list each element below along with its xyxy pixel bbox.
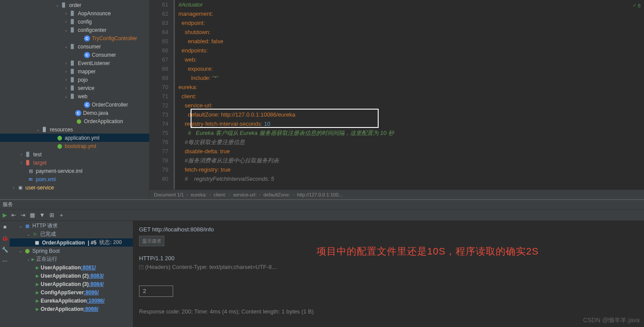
tree-item[interactable]: ›▉pojo xyxy=(0,76,149,84)
panel-tab-services[interactable]: 服务 xyxy=(0,200,644,210)
tree-item[interactable]: ⌄▉web xyxy=(0,92,149,100)
breadcrumb-item[interactable]: service-url: xyxy=(233,192,257,197)
stop-icon[interactable]: ■ xyxy=(1,224,8,231)
spring-icon: ⬤ xyxy=(24,248,31,255)
tree-label: OrderController xyxy=(92,102,128,108)
code-editor[interactable]: ✓8 6162636465666768697071727374757677787… xyxy=(150,0,644,199)
tree-item[interactable]: ⬤application.yml xyxy=(0,134,149,142)
tree-twisty-icon[interactable]: › xyxy=(63,61,69,65)
tree-twisty-icon[interactable]: › xyxy=(63,69,69,74)
breadcrumb[interactable]: Document 1/1›eureka:›client:›service-url… xyxy=(150,189,644,199)
tree-twisty-icon[interactable]: ⌄ xyxy=(35,127,41,132)
filter-icon[interactable]: ▼ xyxy=(39,212,45,218)
tree-item[interactable]: ›▉AopAnnounce xyxy=(0,9,149,17)
tree-twisty-icon[interactable]: › xyxy=(10,185,17,190)
tree-item[interactable]: ›▉EventListener xyxy=(0,59,149,67)
breadcrumb-item[interactable]: http://127.0.0.1:100... xyxy=(297,192,342,197)
run-icon[interactable]: ▶ xyxy=(3,212,7,218)
tree-twisty-icon[interactable]: › xyxy=(63,77,69,82)
tree-twisty-icon[interactable]: ⌄ xyxy=(63,44,69,49)
http-file-icon: ▦ xyxy=(33,239,40,246)
code-line[interactable]: registry-fetch-interval-seconds: 10 xyxy=(178,119,644,128)
services-tree-item[interactable]: ▶UserApplication (3) :8084/ xyxy=(10,280,133,288)
code-line[interactable]: endpoint: xyxy=(178,18,644,28)
tree-item[interactable]: ⬤OrderApplication xyxy=(0,117,149,125)
add-icon[interactable]: ＋ xyxy=(59,211,64,219)
services-tree-item[interactable]: ▦OrderApplication | #5 状态: 200 xyxy=(10,238,133,247)
more-icon[interactable]: ⋯ xyxy=(1,258,8,265)
code-line[interactable]: shutdown: xyxy=(178,28,644,37)
services-tree[interactable]: ⌄▦HTTP 请求⌄↻已完成▦OrderApplication | #5 状态:… xyxy=(10,221,133,327)
code-line[interactable]: enabled: false xyxy=(178,37,644,46)
services-tree-item[interactable]: ⌄⬤Spring Boot xyxy=(10,247,133,255)
breadcrumb-item[interactable]: eureka: xyxy=(191,192,207,197)
breadcrumb-item[interactable]: Document 1/1 xyxy=(154,192,184,197)
code-line[interactable]: client: xyxy=(178,92,644,101)
tree-item[interactable]: mpom.xml xyxy=(0,175,149,183)
code-line[interactable]: # Eureka 客户端从 Eureka 服务器获取注册表信息的时间间隔，这里配… xyxy=(178,128,644,138)
tree-item[interactable]: CTryConfigController xyxy=(0,34,149,42)
tree-item[interactable]: ⬤bootstrap.yml xyxy=(0,142,149,150)
services-tree-item[interactable]: ⌄↻已完成 xyxy=(10,230,133,238)
tree-item[interactable]: ›▉test xyxy=(0,150,149,158)
tree-twisty-icon[interactable]: › xyxy=(63,86,69,90)
collapse-all-icon[interactable]: ⇥ xyxy=(21,212,25,218)
code-line[interactable]: include: "*" xyxy=(178,73,644,83)
tree-item[interactable]: COrderController xyxy=(0,100,149,109)
code-line[interactable]: exposure: xyxy=(178,64,644,73)
tree-item[interactable]: ›▉config xyxy=(0,17,149,26)
breadcrumb-item[interactable]: defaultZone: xyxy=(263,192,290,197)
services-tree-item[interactable]: ⌄▦HTTP 请求 xyxy=(10,222,133,230)
tree-item[interactable]: ›▣user-service xyxy=(0,183,149,192)
breadcrumb-item[interactable]: client: xyxy=(214,192,226,197)
code-line[interactable]: #每次获取全量注册信息 xyxy=(178,138,644,147)
code-line[interactable]: #服务消费者从注册中心拉取服务列表 xyxy=(178,156,644,165)
services-tree-item[interactable]: ▶UserApplication (2) :8083/ xyxy=(10,272,133,280)
services-tree-item[interactable]: ▶UserApplication :8081/ xyxy=(10,263,133,272)
expand-icon[interactable]: + xyxy=(139,265,143,269)
tree-item[interactable]: ⌄▉configcenter xyxy=(0,26,149,34)
code-line[interactable]: disable-delta: true xyxy=(178,147,644,156)
project-tree[interactable]: ⌄▉order›▉AopAnnounce›▉config⌄▉configcent… xyxy=(0,0,150,199)
editor-content[interactable]: #Actuatormanagement: endpoint: shutdown:… xyxy=(175,0,644,189)
debug-icon[interactable]: 🐞 xyxy=(1,235,8,242)
tree-item[interactable]: CConsumer xyxy=(0,51,149,59)
tree-item[interactable]: ⌄▉order xyxy=(0,1,149,9)
code-line[interactable]: eureka: xyxy=(178,83,644,92)
code-line[interactable]: fetch-registry: true xyxy=(178,165,644,174)
tree-item[interactable]: ▤payment-service.iml xyxy=(0,167,149,175)
tree-item[interactable]: ⌄▉resources xyxy=(0,125,149,134)
grid-icon[interactable]: ▦ xyxy=(30,212,35,218)
http-headers[interactable]: +(Headers) Content-Type: text/plain;char… xyxy=(139,263,638,272)
services-tree-item[interactable]: ▶EurekaApplication :10086/ xyxy=(10,296,133,305)
tree-item[interactable]: ⌄▉consumer xyxy=(0,42,149,51)
tree-item[interactable]: ›▉target xyxy=(0,158,149,167)
tree-twisty-icon[interactable]: ⌄ xyxy=(63,28,69,32)
show-request-button[interactable]: 显示请求 xyxy=(139,236,164,246)
tree-twisty-icon[interactable]: › xyxy=(63,11,69,16)
tree-twisty-icon[interactable]: › xyxy=(63,19,69,24)
wrench-icon[interactable]: 🔧 xyxy=(1,246,8,253)
tree-twisty-icon[interactable]: › xyxy=(18,152,24,157)
services-tree-item[interactable]: ▶ConfigAppServer :8086/ xyxy=(10,288,133,296)
tree-item[interactable]: ›▉mapper xyxy=(0,67,149,76)
layout-icon[interactable]: ⊞ xyxy=(49,212,54,218)
code-line[interactable]: #Actuator xyxy=(178,0,644,9)
services-tree-item[interactable]: ▶OrderApplication :8088/ xyxy=(10,305,133,313)
http-output[interactable]: GET http://localhost:8088/info 显示请求 HTTP… xyxy=(133,221,644,327)
expand-all-icon[interactable]: ⇤ xyxy=(11,212,16,218)
tree-label: resources xyxy=(50,127,73,133)
code-line[interactable]: defaultZone: http://127.0.0.1:10086/eure… xyxy=(178,110,644,119)
services-tree-item[interactable]: ⌄▶正在运行 xyxy=(10,255,133,263)
tree-item[interactable]: CDemo.java xyxy=(0,109,149,117)
editor-gutter[interactable]: 6162636465666768697071727374757677787980 xyxy=(150,0,175,189)
tree-item[interactable]: ›▉service xyxy=(0,84,149,92)
code-line[interactable]: management: xyxy=(178,9,644,18)
tree-twisty-icon[interactable]: ⌄ xyxy=(63,94,69,99)
tree-twisty-icon[interactable]: › xyxy=(18,160,24,165)
tree-twisty-icon[interactable]: ⌄ xyxy=(54,3,60,7)
code-line[interactable]: # registryFetchIntervalSeconds: 5 xyxy=(178,174,644,183)
code-line[interactable]: service-url: xyxy=(178,101,644,110)
code-line[interactable]: web: xyxy=(178,55,644,64)
code-line[interactable]: endpoints: xyxy=(178,46,644,55)
